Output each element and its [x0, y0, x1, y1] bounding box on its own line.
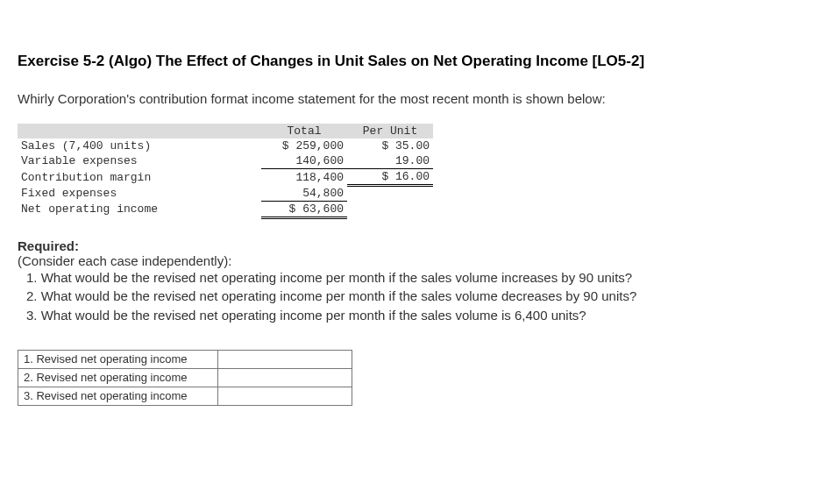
answer-table: 1. Revised net operating income 2. Revis…	[18, 350, 352, 406]
question-1: 1. What would be the revised net operati…	[26, 268, 799, 287]
sales-label: Sales (7,400 units)	[18, 138, 261, 153]
answer-1-input[interactable]	[224, 352, 346, 366]
cm-per-unit: $ 16.00	[347, 169, 433, 186]
questions-block: 1. What would be the revised net operati…	[26, 268, 799, 325]
varexp-total: 140,600	[261, 153, 347, 169]
sales-total: $ 259,000	[261, 138, 347, 153]
answer-2-label: 2. Revised net operating income	[18, 368, 218, 387]
required-sub: (Consider each case independently):	[18, 253, 231, 268]
noi-per-unit-blank	[347, 201, 433, 217]
income-statement-table: Total Per Unit Sales (7,400 units) $ 259…	[18, 124, 433, 219]
answer-3-label: 3. Revised net operating income	[18, 387, 218, 405]
answer-1-label: 1. Revised net operating income	[18, 350, 218, 368]
required-heading: Required:	[18, 238, 79, 253]
header-total: Total	[261, 124, 347, 138]
header-per-unit: Per Unit	[347, 124, 433, 138]
varexp-per-unit: 19.00	[347, 153, 433, 169]
fixed-per-unit-blank	[347, 186, 433, 202]
question-2: 2. What would be the revised net operati…	[26, 287, 799, 306]
fixed-total: 54,800	[261, 186, 347, 202]
intro-text: Whirly Corporation's contribution format…	[18, 91, 799, 106]
varexp-label: Variable expenses	[18, 153, 261, 169]
cm-total: 118,400	[261, 169, 347, 186]
answer-2-input[interactable]	[224, 371, 346, 385]
question-3: 3. What would be the revised net operati…	[26, 306, 799, 325]
noi-total: $ 63,600	[261, 201, 347, 217]
fixed-label: Fixed expenses	[18, 186, 261, 202]
header-blank	[18, 124, 261, 138]
cm-label: Contribution margin	[18, 169, 261, 186]
exercise-title: Exercise 5-2 (Algo) The Effect of Change…	[18, 53, 799, 70]
sales-per-unit: $ 35.00	[347, 138, 433, 153]
answer-3-input[interactable]	[224, 389, 346, 403]
noi-label: Net operating income	[18, 201, 261, 217]
